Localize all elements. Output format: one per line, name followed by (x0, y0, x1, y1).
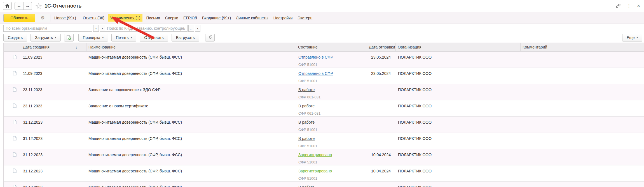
status-code: СФР 51001 (298, 128, 360, 132)
comment-cell (521, 133, 644, 149)
toolbar: Создать Загрузить▾ Проверка▾ Печать▾ Отп… (0, 32, 644, 43)
document-icon (13, 136, 17, 149)
spacer-cell (360, 84, 367, 100)
tab-item[interactable]: Личные кабинеты (236, 16, 268, 20)
title-bar: ← → 1С-Отчетность ⋮ × (0, 0, 644, 12)
filter-bar: ▾ x ... x (0, 24, 644, 32)
documents-table: Дата создания ↓ Наименование Состояние Д… (3, 43, 644, 187)
document-icon (13, 152, 17, 165)
document-name-cell: Машиночитаемая доверенность (СФР, бывш. … (86, 52, 296, 68)
back-arrow-icon: ← (17, 3, 21, 8)
row-marker-cell (4, 165, 8, 181)
close-button[interactable]: × (637, 3, 640, 9)
favorite-button[interactable] (36, 3, 42, 9)
tab-item[interactable]: Настройки (273, 16, 293, 20)
created-date-cell: 23.11.2023 (21, 84, 86, 100)
status-link[interactable]: Зарегистрировано (298, 153, 332, 157)
header-org[interactable]: Организация (396, 43, 521, 51)
table-row[interactable]: 31.12.2023 Машиночитаемая доверенность (… (4, 182, 644, 187)
forward-button[interactable]: → (23, 2, 32, 10)
close-icon: × (637, 3, 640, 9)
tab-item[interactable]: Входящие (99+) (202, 16, 231, 20)
document-icon (13, 71, 17, 84)
load-from-file-button[interactable] (64, 34, 74, 41)
send-button[interactable]: Отправить (140, 34, 168, 41)
forward-arrow-icon: → (25, 3, 30, 8)
status-code: СФР 51001 (298, 79, 360, 83)
spacer-cell (360, 117, 367, 133)
status-link[interactable]: В работе (298, 136, 315, 141)
tab-item[interactable]: Отчеты (36) (83, 16, 104, 20)
status-cell: В работе СФР 51001 (296, 117, 360, 133)
search-clear-button[interactable]: x (195, 25, 200, 32)
table-row[interactable]: 31.12.2023 Машиночитаемая доверенность (… (4, 165, 644, 182)
organization-clear-button[interactable]: x (100, 25, 105, 32)
status-link[interactable]: Зарегистрировано (298, 169, 332, 173)
comment-cell (521, 165, 644, 181)
comment-cell (521, 100, 644, 116)
refresh-button[interactable]: Обновить (4, 14, 35, 22)
header-sent[interactable]: Дата отправки (367, 43, 396, 51)
row-icon-cell (8, 117, 21, 133)
spacer-cell (360, 182, 367, 187)
home-button[interactable] (3, 2, 12, 10)
status-link[interactable]: Отправлено в СФР (298, 55, 333, 59)
tab-item[interactable]: Письма (146, 16, 160, 20)
document-icon (13, 120, 17, 133)
header-name[interactable]: Наименование (86, 43, 296, 51)
organization-filter-input[interactable] (3, 25, 92, 32)
status-link[interactable]: В работе (298, 104, 315, 108)
search-options-button[interactable]: ... (188, 25, 194, 32)
document-name-cell: Машиночитаемая доверенность (СФР, бывш. … (86, 117, 296, 133)
create-button[interactable]: Создать (3, 34, 27, 41)
link-button[interactable] (616, 3, 621, 8)
more-button[interactable]: Еще▾ (622, 34, 642, 41)
table-row[interactable]: 31.12.2023 Машиночитаемая доверенность (… (4, 117, 644, 133)
chevron-down-icon: ▾ (95, 27, 97, 30)
status-code: СФР 51001 (298, 160, 360, 164)
document-name-cell: Машиночитаемая доверенность (СФР, бывш. … (86, 182, 296, 187)
sent-date-cell (367, 117, 396, 133)
tab-item[interactable]: ЕГРЮЛ (183, 16, 197, 20)
search-input[interactable] (105, 25, 188, 32)
tab-item[interactable]: Уведомления (1) (108, 14, 143, 22)
row-icon-cell (8, 149, 21, 165)
tab-item[interactable]: Сверки (165, 16, 178, 20)
table-row[interactable]: 11.09.2023 Машиночитаемая доверенность (… (4, 68, 644, 84)
created-date-cell: 11.09.2023 (21, 52, 86, 68)
check-button[interactable]: Проверка▾ (78, 34, 108, 41)
table-row[interactable]: 31.12.2023 Машиночитаемая доверенность (… (4, 133, 644, 149)
tab-item[interactable]: Новое (99+) (54, 16, 76, 20)
table-row[interactable]: 23.11.2023 Заявление на подключение к ЭД… (4, 84, 644, 100)
spacer-cell (360, 52, 367, 68)
status-link[interactable]: В работе (298, 120, 315, 124)
menu-button[interactable]: ⋮ (626, 3, 631, 9)
status-cell: В работе СФР 061-031 (296, 100, 360, 116)
created-date-cell: 31.12.2023 (21, 165, 86, 181)
tab-item[interactable]: Экстерн (298, 16, 312, 20)
status-code: СФР 061-031 (298, 111, 360, 116)
print-button[interactable]: Печать▾ (111, 34, 136, 41)
load-button[interactable]: Загрузить▾ (31, 34, 60, 41)
created-date-cell: 31.12.2023 (21, 133, 86, 149)
table-row[interactable]: 23.11.2023 Заявление о новом сертификате… (4, 100, 644, 117)
organization-cell: ПОЛАРКТИК ООО (396, 117, 521, 133)
settings-button[interactable]: ⚙ (35, 14, 50, 22)
attachments-button[interactable] (205, 34, 215, 41)
sent-date-cell (367, 100, 396, 116)
status-link[interactable]: В работе (298, 87, 315, 92)
header-status[interactable]: Состояние (296, 43, 360, 51)
status-code: СФР 51001 (298, 176, 360, 181)
organization-dropdown-button[interactable]: ▾ (93, 25, 99, 32)
header-comment[interactable]: Комментарий (521, 43, 644, 51)
row-icon-cell (8, 84, 21, 100)
document-icon (13, 87, 17, 100)
document-name-cell: Заявление о новом сертификате (86, 100, 296, 116)
table-row[interactable]: 31.12.2023 Машиночитаемая доверенность (… (4, 149, 644, 165)
header-created[interactable]: Дата создания ↓ (21, 43, 86, 51)
export-button[interactable]: Выгрузить (172, 34, 199, 41)
back-button[interactable]: ← (15, 2, 23, 10)
table-row[interactable]: 11.09.2023 Машиночитаемая доверенность (… (4, 52, 644, 68)
status-link[interactable]: Отправлено в СФР (298, 71, 333, 76)
status-link[interactable]: В работе (298, 185, 315, 187)
